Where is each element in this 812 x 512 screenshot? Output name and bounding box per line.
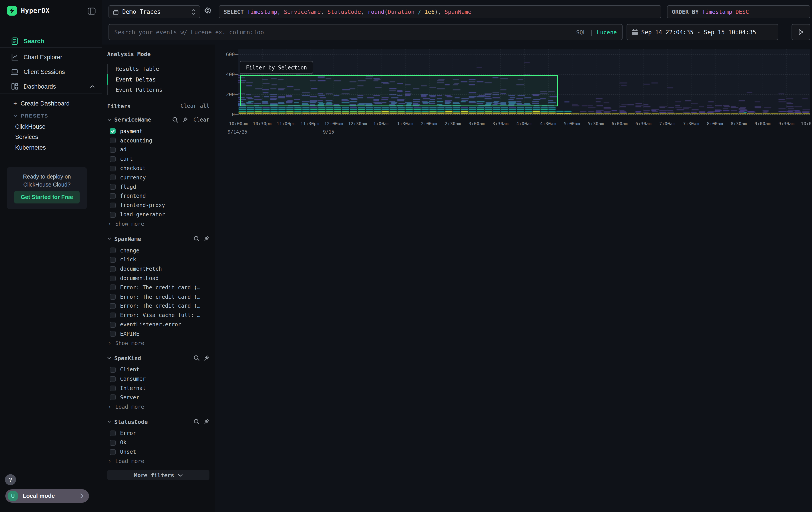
- filter-option-client[interactable]: Client: [107, 365, 209, 374]
- search-icon[interactable]: [172, 116, 178, 123]
- clear-filter-button[interactable]: Clear: [194, 116, 209, 123]
- analysis-mode-event-deltas[interactable]: Event Deltas: [107, 74, 209, 85]
- filter-option-accounting[interactable]: accounting: [107, 136, 209, 145]
- chevron-up-icon[interactable]: [90, 85, 95, 88]
- show-more-button[interactable]: ›Show more: [107, 339, 209, 348]
- filter-option-eventlistener-error[interactable]: eventListener.error: [107, 320, 209, 329]
- source-settings-gear-icon[interactable]: [204, 7, 212, 14]
- checkbox[interactable]: [110, 331, 116, 337]
- show-more-button[interactable]: ›Show more: [107, 219, 209, 228]
- filter-option-checkout[interactable]: checkout: [107, 164, 209, 173]
- filter-option-load-generator[interactable]: load-generator: [107, 210, 209, 219]
- analysis-mode-event-patterns[interactable]: Event Patterns: [107, 85, 209, 95]
- filter-option-error[interactable]: Error: [107, 429, 209, 438]
- filter-option-frontend[interactable]: frontend: [107, 191, 209, 201]
- checkbox[interactable]: [110, 175, 116, 181]
- analysis-mode-results-table[interactable]: Results Table: [107, 64, 209, 74]
- get-started-button[interactable]: Get Started for Free: [14, 191, 80, 204]
- checkbox[interactable]: [110, 303, 116, 309]
- chart-selection-region[interactable]: [240, 76, 558, 107]
- checkbox[interactable]: [110, 138, 116, 143]
- sidebar-item-search[interactable]: Search: [0, 35, 102, 47]
- search-icon[interactable]: [194, 419, 200, 425]
- load-more-button[interactable]: ›Load more: [107, 402, 209, 411]
- filter-by-selection-button[interactable]: Filter by Selection: [240, 61, 313, 74]
- checkbox[interactable]: [110, 247, 116, 253]
- pin-icon[interactable]: [182, 116, 188, 123]
- filter-option-cart[interactable]: cart: [107, 155, 209, 164]
- checkbox[interactable]: [110, 367, 116, 373]
- presets-section-toggle[interactable]: PRESETS: [0, 111, 115, 120]
- filter-option-documentload[interactable]: documentLoad: [107, 274, 209, 283]
- filter-group-name[interactable]: StatusCode: [114, 418, 148, 425]
- filter-option-consumer[interactable]: Consumer: [107, 374, 209, 384]
- checkbox[interactable]: [110, 376, 116, 382]
- sidebar-item-services[interactable]: Services: [0, 132, 117, 141]
- filter-option-currency[interactable]: currency: [107, 173, 209, 182]
- pin-icon[interactable]: [203, 419, 209, 425]
- filter-option-server[interactable]: Server: [107, 393, 209, 402]
- clear-all-filters-button[interactable]: Clear all: [180, 103, 209, 109]
- sidebar-item-clickhouse[interactable]: ClickHouse: [0, 122, 117, 131]
- filter-option-error-the-credit-card[interactable]: Error: The credit card (…: [107, 292, 209, 302]
- checkbox[interactable]: [110, 266, 116, 272]
- sidebar-item-client-sessions[interactable]: Client Sessions: [0, 65, 102, 78]
- checkbox[interactable]: [110, 129, 116, 134]
- load-more-button[interactable]: ›Load more: [107, 457, 209, 466]
- filter-option-documentfetch[interactable]: documentFetch: [107, 265, 209, 274]
- filter-option-ok[interactable]: Ok: [107, 438, 209, 448]
- checkbox[interactable]: [110, 385, 116, 391]
- filter-option-ad[interactable]: ad: [107, 145, 209, 155]
- filter-option-internal[interactable]: Internal: [107, 383, 209, 393]
- data-source-select[interactable]: Demo Traces: [109, 5, 200, 18]
- checkbox[interactable]: [110, 165, 116, 171]
- filter-option-change[interactable]: change: [107, 246, 209, 255]
- checkbox[interactable]: [110, 156, 116, 162]
- lang-sql-button[interactable]: SQL: [576, 29, 586, 35]
- filter-option-error-visa-cache-full[interactable]: Error: Visa cache full: …: [107, 311, 209, 320]
- sidebar-collapse-icon[interactable]: [88, 7, 96, 15]
- help-button[interactable]: ?: [5, 474, 16, 485]
- sql-select-input[interactable]: SELECT Timestamp, ServiceName, StatusCod…: [219, 5, 661, 18]
- search-icon[interactable]: [194, 236, 200, 242]
- lang-lucene-button[interactable]: Lucene: [597, 29, 617, 35]
- filter-option-error-the-credit-card[interactable]: Error: The credit card (…: [107, 301, 209, 311]
- filter-option-flagd[interactable]: flagd: [107, 182, 209, 192]
- date-range-picker[interactable]: Sep 14 22:04:35 - Sep 15 10:04:35: [627, 24, 778, 40]
- filter-option-expire[interactable]: EXPIRE: [107, 329, 209, 339]
- checkbox[interactable]: [110, 203, 116, 208]
- pin-icon[interactable]: [203, 355, 209, 361]
- filter-option-frontend-proxy[interactable]: frontend-proxy: [107, 201, 209, 210]
- checkbox[interactable]: [110, 395, 116, 401]
- sidebar-item-kubernetes[interactable]: Kubernetes: [0, 142, 117, 152]
- checkbox[interactable]: [110, 440, 116, 446]
- chevron-down-icon[interactable]: [107, 420, 111, 423]
- filter-group-name[interactable]: SpanKind: [114, 355, 141, 361]
- search-input[interactable]: [109, 29, 576, 35]
- filter-option-unset[interactable]: Unset: [107, 447, 209, 457]
- chevron-down-icon[interactable]: [107, 118, 111, 121]
- checkbox[interactable]: [110, 294, 116, 300]
- more-filters-button[interactable]: More filters: [107, 470, 209, 480]
- chevron-down-icon[interactable]: [107, 238, 111, 240]
- logo[interactable]: HyperDX: [7, 6, 50, 16]
- checkbox[interactable]: [110, 212, 116, 217]
- sidebar-item-dashboards[interactable]: Dashboards: [0, 80, 102, 92]
- sidebar-item-chart-explorer[interactable]: Chart Explorer: [0, 51, 102, 63]
- checkbox[interactable]: [110, 193, 116, 199]
- create-dashboard-button[interactable]: + Create Dashboard: [0, 99, 115, 108]
- filter-group-name[interactable]: ServiceName: [114, 116, 151, 123]
- run-query-button[interactable]: [791, 24, 810, 40]
- checkbox[interactable]: [110, 275, 116, 281]
- order-by-input[interactable]: ORDER BY Timestamp DESC: [667, 5, 810, 18]
- search-icon[interactable]: [194, 355, 200, 361]
- checkbox[interactable]: [110, 184, 116, 190]
- chevron-down-icon[interactable]: [107, 357, 111, 359]
- pin-icon[interactable]: [203, 236, 209, 242]
- filter-group-name[interactable]: SpanName: [114, 236, 141, 242]
- checkbox[interactable]: [110, 322, 116, 327]
- checkbox[interactable]: [110, 431, 116, 436]
- checkbox[interactable]: [110, 257, 116, 263]
- checkbox[interactable]: [110, 147, 116, 153]
- checkbox[interactable]: [110, 312, 116, 318]
